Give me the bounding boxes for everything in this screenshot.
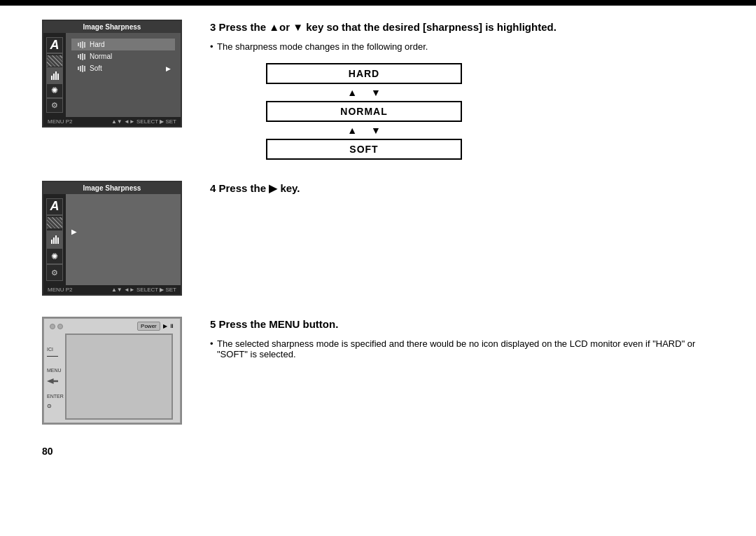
- screen1-bottom: MENU P2 ▲▼ ◄► SELECT ▶ SET: [43, 117, 181, 126]
- icon-a: A: [46, 37, 63, 53]
- section-step4: Image Sharpness A: [42, 181, 714, 296]
- icon-gear-2: ⚙: [46, 264, 63, 281]
- camera-photo: Power ▶ ⏸ ICI MENU ENTER ⊙: [42, 317, 182, 425]
- step3-number: 3: [210, 21, 216, 33]
- step5-bullet: The selected sharpness mode is specified…: [210, 338, 714, 359]
- menu-item-hard: Hard: [71, 39, 175, 50]
- left-icons-1: A ✺: [43, 33, 66, 117]
- enter-label: ENTER: [47, 394, 64, 399]
- top-bar: [0, 0, 756, 6]
- section3-content: 3 Press the ▲or ▼ key so that the desire…: [210, 20, 714, 160]
- step5-heading: 5 Press the MENU button.: [210, 317, 714, 331]
- step3-heading: 3 Press the ▲or ▼ key so that the desire…: [210, 20, 714, 34]
- screen2-title: Image Sharpness: [43, 182, 181, 194]
- step3-bullet: The sharpness mode changes in the follow…: [210, 41, 714, 52]
- soft-box: SOFT: [266, 139, 462, 160]
- menu-item-soft: Soft ▶: [71, 62, 175, 74]
- screen1-main: Hard Normal: [66, 33, 181, 117]
- left-icons-2: A ✺: [43, 194, 66, 285]
- arrow-down-2: [371, 125, 381, 136]
- camera-screen-1: Image Sharpness A: [42, 20, 182, 128]
- lcd-area: [65, 334, 173, 420]
- icon-gear: ⚙: [46, 98, 63, 113]
- camera-body: Power ▶ ⏸ ICI MENU ENTER ⊙: [43, 318, 181, 423]
- hard-box: HARD: [266, 63, 462, 84]
- screen2-main: ▶: [66, 194, 181, 285]
- page-content: Image Sharpness A: [0, 6, 756, 471]
- icon-sun-2: ✺: [46, 248, 63, 265]
- section-step3: Image Sharpness A: [42, 20, 714, 160]
- camera-screen-2: Image Sharpness A: [42, 181, 182, 296]
- menu-item-normal: Normal: [71, 50, 175, 62]
- dot-2: [57, 324, 63, 329]
- ici-label: ICI: [47, 347, 64, 352]
- menu-label: MENU: [47, 368, 64, 373]
- camera-top: Power ▶ ⏸: [44, 319, 180, 334]
- arrow-up-2: [347, 125, 357, 136]
- step4-heading: 4 Press the ▶ key.: [210, 181, 714, 195]
- section-step5: Power ▶ ⏸ ICI MENU ENTER ⊙: [42, 317, 714, 425]
- icon-diag-2: [46, 215, 63, 232]
- page-number: 80: [42, 446, 714, 457]
- menu-arrow-icon: [47, 378, 58, 384]
- screen1-title: Image Sharpness: [43, 21, 181, 33]
- icon-bar-2: [46, 231, 63, 248]
- order-diagram: HARD NORMAL SOFT: [252, 63, 476, 160]
- arrow-up-1: [347, 87, 357, 98]
- power-label: Power: [137, 322, 160, 331]
- arrows-1: [347, 87, 381, 98]
- camera-dots: [50, 324, 63, 329]
- arrow-down-1: [371, 87, 381, 98]
- normal-box: NORMAL: [266, 101, 462, 122]
- step4-content: 4 Press the ▶ key.: [210, 181, 714, 202]
- icon-sun: ✺: [46, 83, 63, 98]
- icon-a-2: A: [46, 198, 63, 215]
- icon-diag: [46, 53, 63, 68]
- side-buttons: ICI MENU ENTER ⊙: [47, 347, 64, 409]
- screen2-bottom: MENU P2 ▲▼ ◄► SELECT ▶ SET: [43, 285, 181, 294]
- dot-1: [50, 324, 55, 329]
- arrows-2: [347, 125, 381, 136]
- step5-content: 5 Press the MENU button. The selected sh…: [210, 317, 714, 371]
- icon-bar: [46, 68, 63, 83]
